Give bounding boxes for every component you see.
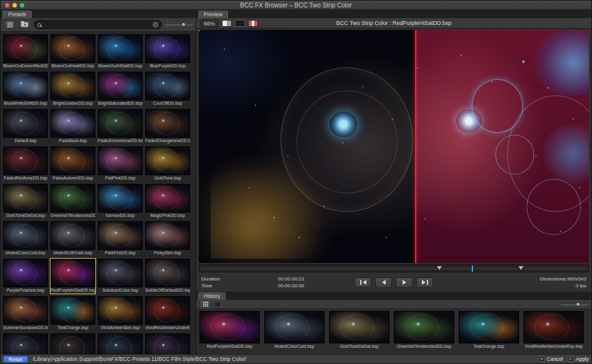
search-input[interactable] xyxy=(43,22,151,28)
history-option-checkbox[interactable] xyxy=(214,302,221,307)
preset-item[interactable]: PinkySkin.bsp xyxy=(145,221,190,256)
history-item[interactable]: GreenishTendenciesDD.bsp xyxy=(394,311,454,352)
range-handle[interactable] xyxy=(518,266,523,270)
preset-item[interactable]: IcemanDD.bsp xyxy=(98,184,143,219)
preset-item[interactable]: TealOrange.bsp xyxy=(50,296,95,331)
preset-label: BlownOutHiSatDD.bsp xyxy=(98,63,143,69)
step-back-icon xyxy=(382,280,386,285)
preset-item[interactable] xyxy=(3,333,48,354)
preset-item[interactable]: PaleFireDD.bsp xyxy=(98,221,143,256)
preset-item[interactable] xyxy=(98,333,143,354)
duration-label: Duration xyxy=(201,276,270,282)
preset-item[interactable]: VividRedAmberUnderExp.bsp xyxy=(145,296,190,331)
thumbnail-size-slider[interactable] xyxy=(165,21,193,28)
current-time-indicator[interactable] xyxy=(472,266,473,272)
parent-folder-button[interactable] xyxy=(19,20,31,29)
slider-track xyxy=(165,24,193,26)
preset-thumbnail xyxy=(3,333,48,354)
preset-item[interactable]: BlownOutHeatDD.bsp xyxy=(50,34,95,69)
minimize-window-button[interactable] xyxy=(12,3,17,7)
slider-knob[interactable] xyxy=(576,302,580,307)
preset-item[interactable]: Default.bsp xyxy=(3,109,48,144)
preset-grid: BlownOutGreenRedDD.bspBlownOutHeatDD.bsp… xyxy=(1,32,196,354)
preset-item[interactable]: MagicPinkDD.bsp xyxy=(145,184,190,219)
step-back-button[interactable] xyxy=(375,277,392,288)
preset-item[interactable]: FadedGreentoneDD.bsp xyxy=(98,109,143,144)
tab-preview[interactable]: Preview xyxy=(198,11,228,18)
slider-knob[interactable] xyxy=(181,22,186,27)
preset-item[interactable]: CoolOffDD.bsp xyxy=(145,72,190,107)
cancel-button[interactable]: × Cancel xyxy=(538,356,563,362)
preset-item[interactable]: BluePurpleDD.bsp xyxy=(145,34,190,69)
preset-thumbnail xyxy=(50,109,95,138)
timeline-scrubber[interactable] xyxy=(199,264,589,272)
preset-item[interactable]: SubtleOffDefaultDD.bsp xyxy=(145,259,190,294)
preset-item[interactable]: FadeBack.bsp xyxy=(50,109,95,144)
history-item[interactable]: VividRedAmberUnderExp.bsp xyxy=(523,311,584,352)
history-size-slider[interactable] xyxy=(561,301,588,308)
preset-item[interactable]: SubduedColor.bsp xyxy=(98,259,143,294)
clear-search-icon[interactable]: × xyxy=(153,22,158,27)
preset-label: BlownOutGreenRedDD.bsp xyxy=(3,63,48,69)
preset-item[interactable]: MutedSoftGrain.bsp xyxy=(50,221,95,256)
preset-item[interactable]: BlownOutHiSatDD.bsp xyxy=(98,34,143,69)
preset-item[interactable]: BlownOutGreenRedDD.bsp xyxy=(3,34,48,69)
go-to-start-button[interactable] xyxy=(355,277,371,288)
preview-image[interactable] xyxy=(199,30,589,263)
preset-thumbnail xyxy=(98,296,143,325)
main-area: Presets × BlownOutGreenRe xyxy=(1,10,591,354)
history-item[interactable]: GoldToneDeSat.bsp xyxy=(329,311,389,352)
preset-item[interactable]: FadedOrangetoneDD.bsp xyxy=(145,109,190,144)
white-background-toggle[interactable] xyxy=(222,20,232,27)
close-window-button[interactable] xyxy=(5,3,9,7)
grid-view-button[interactable] xyxy=(4,20,16,29)
reset-button[interactable]: Reset xyxy=(3,356,28,363)
preset-item[interactable]: BrightGoldenDD.bsp xyxy=(50,72,95,107)
preset-item[interactable] xyxy=(50,333,95,354)
history-grid-view-button[interactable] xyxy=(199,300,211,309)
preset-item[interactable]: PurplePolarizer.bsp xyxy=(3,259,48,294)
search-icon xyxy=(37,23,41,27)
playhead-marker[interactable] xyxy=(437,266,442,270)
checkerboard-background-toggle[interactable] xyxy=(248,20,258,27)
play-button[interactable] xyxy=(396,277,413,288)
preset-item[interactable]: FatssAutumnDD.bsp xyxy=(50,146,95,181)
preset-item[interactable] xyxy=(145,333,190,354)
preset-item[interactable]: VividAmberSkin.bsp xyxy=(98,296,143,331)
preset-search-field[interactable]: × xyxy=(34,20,162,29)
preview-tabstrip: Preview xyxy=(196,10,591,18)
preset-item[interactable]: SummerSundownDD.bsp xyxy=(3,296,48,331)
split-view-divider[interactable] xyxy=(415,30,416,263)
preset-item[interactable]: BrightSaturatedDD.bsp xyxy=(98,72,143,107)
preset-label: FatssAutumnDD.bsp xyxy=(50,175,95,181)
history-item[interactable]: RedPurpleHiSatDD.bsp xyxy=(199,311,260,352)
preset-item[interactable]: RedPurpleHiSatDD.bsp xyxy=(50,259,95,294)
zoom-window-button[interactable] xyxy=(20,3,24,7)
preset-item[interactable]: FlatPinkDD.bsp xyxy=(98,146,143,181)
preset-thumbnail xyxy=(145,146,190,175)
history-item[interactable]: MutedColorCold.bsp xyxy=(264,311,325,352)
preset-item[interactable]: GoldToneDeSat.bsp xyxy=(3,184,48,219)
preset-item[interactable]: GreenishTendenciesDD.bsp xyxy=(50,184,95,219)
preset-label: PinkySkin.bsp xyxy=(145,250,190,256)
black-background-toggle[interactable] xyxy=(235,20,245,27)
preset-thumbnail xyxy=(3,296,48,325)
cancel-label: Cancel xyxy=(547,356,563,362)
zoom-level-select[interactable]: 66% xyxy=(200,19,219,27)
preset-label: CoolOffDD.bsp xyxy=(145,100,190,107)
tab-history[interactable]: History xyxy=(198,292,226,300)
preset-thumbnail xyxy=(98,184,143,213)
preset-item[interactable]: MutedColorCold.bsp xyxy=(3,221,48,256)
history-item[interactable]: TealOrange.bsp xyxy=(459,311,519,352)
preset-item[interactable]: FadedRedtoneDD.bsp xyxy=(3,146,48,181)
preview-panel: Preview BCC Two Strip Color : RedPurpleH… xyxy=(196,10,591,354)
tab-presets[interactable]: Presets xyxy=(2,11,32,18)
preset-item[interactable]: GoldTone.bsp xyxy=(145,146,190,181)
preset-thumbnail xyxy=(145,259,190,287)
preset-thumbnail xyxy=(145,109,190,138)
step-forward-icon xyxy=(422,280,426,285)
apply-button[interactable]: ✓ Apply xyxy=(568,356,589,362)
preset-item[interactable]: BlueWhiteShiftDD.bsp xyxy=(3,72,48,107)
step-forward-button[interactable] xyxy=(416,277,433,288)
history-thumbnail xyxy=(329,311,389,343)
